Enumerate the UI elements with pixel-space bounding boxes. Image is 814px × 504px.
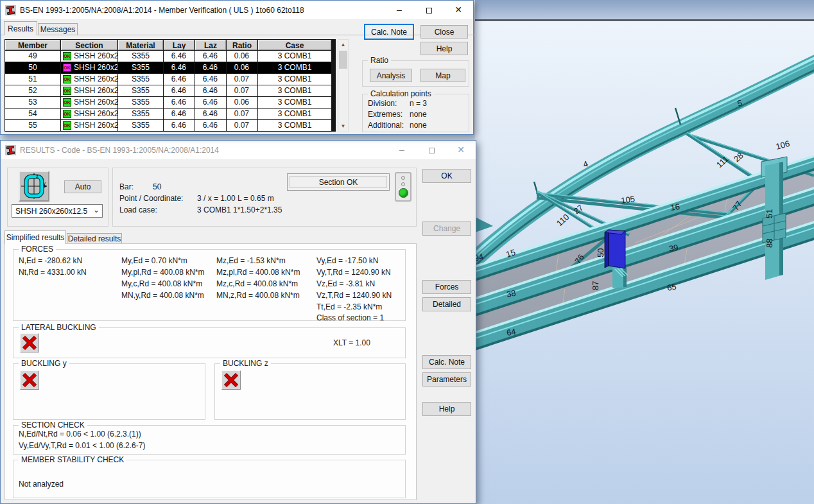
viewport-top-band (475, 0, 814, 19)
col-material[interactable]: Material (118, 40, 163, 50)
extremes-label: Extremes: (368, 110, 403, 119)
table-row[interactable]: 53 OKSHSH 260x26 S355 6.46 6.46 0.06 3 C… (5, 97, 335, 108)
help-button[interactable]: Help (420, 42, 468, 55)
red-x-icon (20, 333, 39, 352)
ok-status-icon: OK (63, 75, 71, 83)
app-icon (5, 145, 16, 155)
col-case[interactable]: Case (258, 40, 331, 50)
buckling-y-group: BUCKLING y (13, 363, 205, 420)
red-x-icon (20, 370, 39, 390)
truss-3d-scene: 5 106 4 28 111 105 16 27 110 77 51 88 94… (475, 0, 814, 504)
help-button[interactable]: Help (422, 402, 471, 416)
section-check-line2: Vy,Ed/Vy,T,Rd = 0.01 < 1.00 (6.2.6-7) (19, 441, 145, 450)
results-window: RESULTS - Code - BS-EN 1993-1:2005/NA:20… (0, 140, 476, 504)
point-label: Point / Coordinate: (119, 194, 183, 203)
window-title: BS-EN 1993-1:2005/NA:2008/A1:2014 - Memb… (20, 6, 304, 15)
svg-text:88: 88 (765, 239, 774, 248)
stability-value: Not analyzed (19, 480, 64, 489)
application-stage: 5 106 4 28 111 105 16 27 110 77 51 88 94… (0, 0, 814, 504)
table-row[interactable]: 52 OKSHSH 260x26 S355 6.46 6.46 0.07 3 C… (5, 85, 335, 96)
svg-text:105: 105 (620, 194, 636, 205)
detailed-button[interactable]: Detailed (422, 297, 471, 311)
table-row-selected[interactable]: 50 OKSHSH 260x26 S355 6.46 6.46 0.06 3 C… (5, 62, 335, 73)
status-text: Section OK (319, 178, 358, 187)
svg-text:z: z (36, 173, 39, 179)
section-status-box: Section OK (287, 173, 390, 191)
ratio-group: Ratio Analysis Map (362, 60, 469, 87)
bar-info-group: Bar: 50 Point / Coordinate: 3 / x = 1.00… (112, 168, 417, 227)
close-icon[interactable]: ✕ (446, 141, 476, 159)
calc-note-button[interactable]: Calc. Note (364, 24, 414, 40)
tab-results[interactable]: Results (4, 21, 37, 35)
post-member-87 (612, 266, 628, 288)
scrollbar-down-icon[interactable]: ▼ (338, 121, 348, 132)
ok-status-icon: OK (63, 98, 71, 107)
table-row[interactable]: 51 OKSHSH 260x26 S355 6.46 6.46 0.07 3 C… (5, 74, 335, 85)
section-check-line1: N,Ed/Nt,Rd = 0.06 < 1.00 (6.2.3.(1)) (19, 430, 141, 439)
verification-titlebar[interactable]: BS-EN 1993-1:2005/NA:2008/A1:2014 - Memb… (1, 1, 473, 19)
division-label: Division: (368, 99, 397, 108)
additional-value: none (410, 121, 427, 130)
dropdown-chevron-icon: ⌄ (93, 205, 100, 214)
parameters-button[interactable]: Parameters (422, 372, 471, 387)
minimize-icon[interactable]: – (385, 1, 414, 19)
selected-member-50[interactable] (605, 230, 625, 268)
table-scrollbar[interactable]: ▲ ▼ (338, 39, 349, 132)
svg-text:50: 50 (596, 248, 605, 257)
scrollbar-thumb[interactable] (339, 51, 347, 69)
structure-3d-viewport[interactable]: 5 106 4 28 111 105 16 27 110 77 51 88 94… (475, 0, 814, 504)
calculation-points-group: Calculation points Division: n = 3 Extre… (362, 94, 469, 132)
tab-detailed-results[interactable]: Detailed results (67, 233, 122, 244)
scrollbar-up-icon[interactable]: ▲ (338, 40, 348, 50)
calc-note-button[interactable]: Calc. Note (422, 355, 471, 369)
col-lay[interactable]: Lay (164, 40, 195, 50)
results-table: Member Section Material Lay Laz Ratio Ca… (4, 39, 336, 132)
ok-status-icon: OK (63, 110, 71, 118)
traffic-light-indicator (395, 172, 411, 202)
close-icon[interactable]: ✕ (444, 1, 473, 19)
maximize-icon[interactable] (414, 1, 444, 19)
app-icon (5, 5, 16, 15)
minimize-icon[interactable]: – (387, 141, 417, 159)
col-section[interactable]: Section (61, 40, 117, 50)
ok-status-icon-selected: OK (63, 64, 71, 72)
tab-simplified-results[interactable]: Simplified results (4, 230, 66, 244)
svg-text:y: y (43, 180, 46, 186)
forces-button[interactable]: Forces (422, 280, 471, 294)
light-off-dot (401, 176, 405, 180)
table-row[interactable]: 49 OKSHSH 260x26 S355 6.46 6.46 0.06 3 C… (5, 51, 335, 62)
col-member[interactable]: Member (5, 40, 60, 50)
maximize-icon[interactable] (417, 141, 446, 159)
load-case-value: 3 COMB1 1*1.50+2*1.35 (197, 205, 282, 214)
results-titlebar[interactable]: RESULTS - Code - BS-EN 1993-1:2005/NA:20… (1, 141, 476, 159)
section-check-group: SECTION CHECK N,Ed/Nt,Rd = 0.06 < 1.00 (… (13, 425, 406, 455)
svg-text:65: 65 (666, 282, 677, 293)
close-button[interactable]: Close (420, 25, 468, 39)
col-ratio[interactable]: Ratio (227, 40, 257, 50)
section-selector-group: z y Auto SHSH 260x260x12.5 ⌄ (7, 168, 108, 227)
tab-messages[interactable]: Messages (38, 23, 78, 35)
forces-group: FORCES N,Ed = -280.62 kN Nt,Rd = 4331.00… (13, 249, 406, 321)
auto-button[interactable]: Auto (64, 180, 101, 193)
additional-label: Additional: (368, 121, 404, 130)
map-button[interactable]: Map (420, 69, 465, 82)
svg-text:39: 39 (668, 243, 679, 254)
xlt-value: XLT = 1.00 (333, 338, 370, 347)
ok-status-icon: OK (63, 87, 71, 95)
buckling-z-group: BUCKLING z (214, 363, 406, 420)
ok-button[interactable]: OK (422, 169, 471, 183)
change-button[interactable]: Change (422, 222, 471, 236)
svg-text:87: 87 (591, 281, 600, 290)
col-laz[interactable]: Laz (195, 40, 226, 50)
svg-text:51: 51 (765, 209, 774, 218)
lateral-buckling-group: LATERAL BUCKLING XLT = 1.00 (13, 327, 406, 358)
viewport-top-separator (475, 19, 814, 21)
analysis-button[interactable]: Analysis (370, 69, 412, 82)
section-dropdown[interactable]: SHSH 260x260x12.5 ⌄ (12, 204, 103, 218)
division-value: n = 3 (410, 99, 427, 108)
table-row[interactable]: 55 OKSHSH 260x26 S355 6.46 6.46 0.07 3 C… (5, 120, 335, 131)
table-row[interactable]: 54 OKSHSH 260x26 S355 6.46 6.46 0.07 3 C… (5, 109, 335, 119)
member-verification-window: BS-EN 1993-1:2005/NA:2008/A1:2014 - Memb… (0, 0, 474, 135)
bar-label: Bar: (119, 182, 134, 191)
ok-status-icon: OK (63, 121, 71, 130)
